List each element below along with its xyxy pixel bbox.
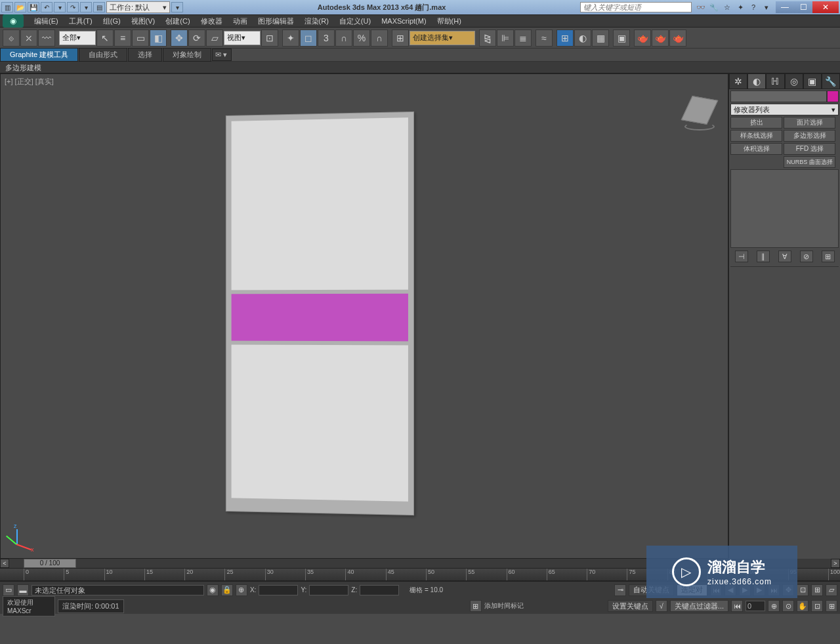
lock-icon[interactable]: ◉ — [207, 584, 219, 596]
redo-icon[interactable]: ↷ — [67, 2, 79, 12]
x-input[interactable] — [259, 585, 298, 595]
render-setup-icon[interactable]: ▦ — [592, 30, 609, 47]
menu-create[interactable]: 创建(C) — [160, 16, 195, 26]
align-icon[interactable]: ⊫ — [497, 30, 514, 47]
create-tab-icon[interactable]: ✲ — [729, 73, 747, 89]
menu-render[interactable]: 渲染(R) — [299, 16, 334, 26]
hierarchy-tab-icon[interactable]: ℍ — [766, 73, 784, 89]
select-rect-icon[interactable]: ▭ — [132, 30, 149, 47]
menu-animation[interactable]: 动画 — [228, 16, 253, 26]
select-name-icon[interactable]: ≡ — [114, 30, 131, 47]
menu-edit[interactable]: 编辑(E) — [29, 16, 64, 26]
app-logo-icon[interactable]: ◉ — [3, 14, 24, 28]
star-icon[interactable]: ☆ — [722, 2, 732, 12]
redo-drop-icon[interactable]: ▾ — [80, 2, 92, 12]
snap-toggle-icon[interactable]: ◻ — [300, 30, 317, 47]
snap-3-icon[interactable]: 3 — [318, 30, 335, 47]
viewport-label[interactable]: [+] [正交] [真实] — [5, 77, 54, 87]
bind-icon[interactable]: 〰 — [38, 30, 55, 47]
move-icon[interactable]: ✥ — [171, 30, 188, 47]
vp-max2-icon[interactable]: ⊞ — [826, 600, 837, 612]
time-tag-icon[interactable]: ⊞ — [470, 600, 482, 612]
spline-select-button[interactable]: 样条线选择 — [730, 130, 782, 142]
make-unique-icon[interactable]: ∀ — [778, 251, 791, 262]
display-tab-icon[interactable]: ▣ — [803, 73, 822, 89]
pivot-icon[interactable]: ⊡ — [261, 30, 278, 47]
curve-editor-icon[interactable]: ≈ — [536, 30, 553, 47]
help-icon[interactable]: ? — [748, 2, 759, 12]
undo-icon[interactable]: ↶ — [41, 2, 52, 12]
workspace-dropdown[interactable]: 工作台: 默认 ▾ — [106, 1, 170, 13]
frame-input[interactable] — [746, 601, 765, 611]
time-slider[interactable]: 0 / 100 — [24, 559, 76, 568]
render-last-icon[interactable]: 🫖 — [669, 30, 686, 47]
workspace-more-icon[interactable]: ▾ — [171, 2, 183, 12]
vp-pan2-icon[interactable]: ✋ — [797, 600, 808, 612]
modify-tab-icon[interactable]: ◐ — [747, 73, 766, 89]
render-frame-icon[interactable]: ▣ — [613, 30, 630, 47]
rotate-icon[interactable]: ⟳ — [188, 30, 205, 47]
keyfilter-button[interactable]: 关键点过滤器... — [670, 600, 728, 612]
z-input[interactable] — [360, 585, 399, 595]
percent-snap-icon[interactable]: % — [353, 30, 370, 47]
menu-view[interactable]: 视图(V) — [126, 16, 161, 26]
wrench-icon[interactable]: 🔧 — [709, 2, 719, 12]
ribbon-tab-graphite[interactable]: Graphite 建模工具 — [0, 48, 78, 62]
time-config-icon[interactable]: ⊕ — [768, 600, 780, 612]
vp-zoomall-icon[interactable]: ⊞ — [811, 584, 823, 596]
menu-help[interactable]: 帮助(H) — [432, 16, 467, 26]
help-drop-icon[interactable]: ▾ — [761, 2, 772, 12]
link-icon[interactable]: ⟐ — [3, 30, 20, 47]
binoculars-icon[interactable]: 👓 — [696, 2, 706, 12]
goto-start-icon[interactable]: ⏮ — [731, 600, 743, 612]
timeline-next-icon[interactable]: > — [831, 559, 840, 568]
unlink-icon[interactable]: ⤫ — [20, 30, 37, 47]
object-color-swatch[interactable] — [827, 91, 839, 102]
material-icon[interactable]: ◐ — [574, 30, 591, 47]
script-mini-icon[interactable]: ▭ — [3, 584, 14, 596]
add-time-tag[interactable]: 添加时间标记 — [484, 601, 524, 611]
maximize-button[interactable]: ☐ — [794, 1, 812, 13]
menu-group[interactable]: 组(G) — [98, 16, 126, 26]
manipulate-icon[interactable]: ✦ — [282, 30, 299, 47]
select-window-icon[interactable]: ◧ — [150, 30, 167, 47]
viewcube[interactable] — [683, 94, 716, 127]
new-icon[interactable]: ▥ — [1, 2, 13, 12]
layers-icon[interactable]: ≣ — [514, 30, 532, 47]
menu-customize[interactable]: 自定义(U) — [334, 16, 376, 26]
ribbon-subtab[interactable]: 多边形建模 — [0, 62, 840, 73]
refcoord-dropdown[interactable]: 视图 ▾ — [224, 31, 261, 45]
door-model[interactable] — [226, 111, 414, 515]
configure-icon[interactable]: ⊞ — [822, 251, 835, 262]
timeline-prev-icon[interactable]: < — [0, 559, 9, 568]
ribbon-tab-freeform[interactable]: 自由形式 — [79, 48, 127, 62]
remove-mod-icon[interactable]: ⊘ — [800, 251, 813, 262]
motion-tab-icon[interactable]: ◎ — [785, 73, 803, 89]
schematic-icon[interactable]: ⊞ — [556, 30, 574, 47]
modifier-stack[interactable] — [730, 169, 839, 248]
ribbon-more-icon[interactable]: ✉ ▾ — [212, 49, 232, 61]
modifier-list-dropdown[interactable]: 修改器列表▾ — [730, 104, 839, 115]
keymode-icon[interactable]: √ — [656, 600, 667, 612]
key-icon[interactable]: ⊸ — [614, 584, 626, 596]
spinner-snap-icon[interactable]: ∩ — [371, 30, 388, 47]
search-input[interactable] — [580, 2, 692, 12]
poly-select-button[interactable]: 多边形选择 — [784, 130, 835, 142]
setkey-button[interactable]: 设置关键点 — [608, 600, 653, 612]
menu-modifier[interactable]: 修改器 — [196, 16, 228, 26]
menu-maxscript[interactable]: MAXScript(M) — [376, 17, 431, 25]
select-icon[interactable]: ↖ — [96, 30, 114, 47]
isolate-icon[interactable]: ⊕ — [236, 584, 247, 596]
scale-icon[interactable]: ▱ — [206, 30, 223, 47]
ffd-select-button[interactable]: FFD 选择 — [784, 143, 835, 155]
script-macro-icon[interactable]: ▬ — [17, 584, 29, 596]
exchange-icon[interactable]: ✦ — [735, 2, 746, 12]
undo-drop-icon[interactable]: ▾ — [54, 2, 66, 12]
lock2-icon[interactable]: 🔒 — [221, 584, 233, 596]
y-input[interactable] — [309, 585, 348, 595]
ribbon-tab-selection[interactable]: 选择 — [128, 48, 162, 62]
viewcube-face-icon[interactable] — [681, 96, 719, 125]
face-select-button[interactable]: 面片选择 — [784, 117, 835, 129]
ribbon-tab-paint[interactable]: 对象绘制 — [163, 48, 211, 62]
extrude-button[interactable]: 挤出 — [730, 117, 782, 129]
